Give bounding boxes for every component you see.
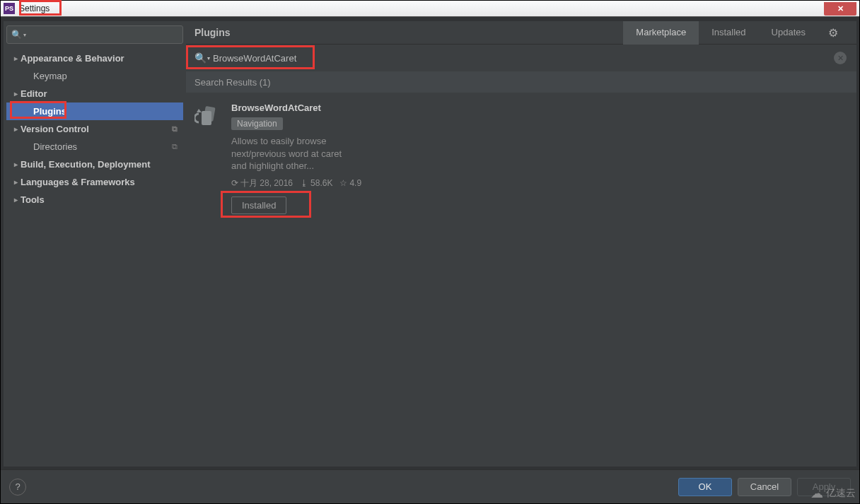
plugin-category-tag: Navigation — [231, 117, 283, 130]
close-icon: ✕ — [837, 54, 844, 63]
help-icon: ? — [15, 481, 20, 492]
close-button[interactable]: ✕ — [824, 2, 856, 16]
watermark: ☁ 亿速云 — [810, 486, 856, 501]
star-icon: ☆ — [339, 178, 347, 188]
titlebar: PS Settings ✕ — [1, 1, 859, 17]
plugin-search-input[interactable]: 🔍 ▾ BrowseWordAtCaret — [192, 47, 834, 69]
plugin-icon — [194, 102, 223, 131]
chevron-right-icon: ▸ — [11, 178, 21, 186]
plugin-card[interactable]: BrowseWordAtCaret Navigation Allows to e… — [194, 102, 562, 214]
search-icon: 🔍 — [11, 30, 22, 40]
plugin-date: 十月 28, 2016 — [240, 177, 293, 189]
copy-icon: ⧉ — [172, 142, 178, 151]
plugin-rating: 4.9 — [349, 178, 361, 188]
tab-marketplace[interactable]: Marketplace — [623, 21, 699, 45]
sidebar-item-languages-frameworks[interactable]: ▸Languages & Frameworks — [6, 173, 183, 191]
main-header: Plugins Marketplace Installed Updates ⚙ — [186, 21, 856, 45]
chevron-right-icon: ▸ — [11, 54, 21, 62]
plugin-downloads: 58.6K — [310, 178, 332, 188]
sidebar-item-label: Tools — [21, 194, 45, 205]
results-count-label: Search Results (1) — [194, 77, 271, 88]
sidebar-item-version-control[interactable]: ▸Version Control⧉ — [6, 120, 183, 138]
installed-button[interactable]: Installed — [231, 197, 286, 214]
app-icon: PS — [4, 3, 15, 14]
plugin-name: BrowseWordAtCaret — [231, 102, 562, 113]
plugin-tabs: Marketplace Installed Updates ⚙ — [623, 21, 848, 45]
chevron-down-icon: ▾ — [23, 32, 26, 38]
cancel-button[interactable]: Cancel — [738, 478, 791, 496]
svg-rect-1 — [202, 111, 211, 125]
sidebar-item-tools[interactable]: ▸Tools — [6, 191, 183, 209]
sidebar-item-label: Appearance & Behavior — [21, 53, 124, 64]
plugin-search-row: 🔍 ▾ BrowseWordAtCaret ✕ — [186, 45, 856, 71]
dialog-footer: ? OK Cancel Apply — [1, 469, 859, 503]
clear-search-button[interactable]: ✕ — [834, 52, 847, 64]
sidebar-item-label: Plugins — [33, 106, 66, 117]
sidebar-item-label: Editor — [21, 88, 47, 99]
chevron-right-icon: ▸ — [11, 160, 21, 168]
chevron-right-icon: ▸ — [11, 90, 21, 98]
gear-icon: ⚙ — [828, 26, 838, 40]
download-icon: ⭳ — [300, 178, 308, 188]
watermark-text: 亿速云 — [826, 487, 856, 500]
sidebar-item-keymap[interactable]: Keymap — [6, 67, 183, 85]
sidebar-item-label: Keymap — [33, 71, 67, 81]
tab-installed[interactable]: Installed — [699, 21, 758, 45]
settings-tree: ▸Appearance & BehaviorKeymap▸EditorPlugi… — [6, 49, 183, 467]
sidebar-item-label: Version Control — [21, 124, 89, 134]
sidebar-item-label: Languages & Frameworks — [21, 177, 135, 187]
sidebar-item-directories[interactable]: Directories⧉ — [6, 138, 183, 156]
copy-icon: ⧉ — [172, 124, 178, 134]
sidebar-item-build-execution-deployment[interactable]: ▸Build, Execution, Deployment — [6, 156, 183, 173]
sidebar-item-label: Directories — [33, 141, 77, 152]
sidebar-search-input[interactable]: 🔍 ▾ — [6, 25, 183, 44]
watermark-icon: ☁ — [810, 486, 823, 501]
window-title: Settings — [18, 4, 51, 13]
help-button[interactable]: ? — [9, 479, 26, 496]
chevron-down-icon: ▾ — [207, 55, 210, 61]
search-query-text: BrowseWordAtCaret — [213, 53, 296, 64]
results-content: BrowseWordAtCaret Navigation Allows to e… — [186, 93, 856, 467]
tab-settings-gear[interactable]: ⚙ — [818, 21, 848, 45]
settings-sidebar: 🔍 ▾ ▸Appearance & BehaviorKeymap▸EditorP… — [4, 21, 186, 467]
chevron-right-icon: ▸ — [11, 125, 21, 133]
sidebar-item-label: Build, Execution, Deployment — [21, 159, 150, 170]
page-title: Plugins — [194, 27, 623, 38]
svg-marker-2 — [197, 109, 202, 112]
ok-button[interactable]: OK — [678, 478, 732, 496]
sidebar-item-plugins[interactable]: Plugins — [6, 102, 183, 120]
tab-updates[interactable]: Updates — [759, 21, 818, 45]
results-header: Search Results (1) — [186, 71, 856, 93]
search-icon: 🔍 — [194, 52, 207, 64]
plugin-description: Allows to easily browse next/previous wo… — [231, 135, 359, 172]
sidebar-item-editor[interactable]: ▸Editor — [6, 85, 183, 102]
close-icon: ✕ — [837, 4, 844, 13]
chevron-right-icon: ▸ — [11, 196, 21, 204]
main-panel: Plugins Marketplace Installed Updates ⚙ … — [186, 21, 856, 467]
plugin-stats: ⟳十月 28, 2016 ⭳58.6K ☆4.9 — [231, 177, 562, 189]
sidebar-item-appearance-behavior[interactable]: ▸Appearance & Behavior — [6, 49, 183, 67]
refresh-icon: ⟳ — [231, 178, 238, 188]
